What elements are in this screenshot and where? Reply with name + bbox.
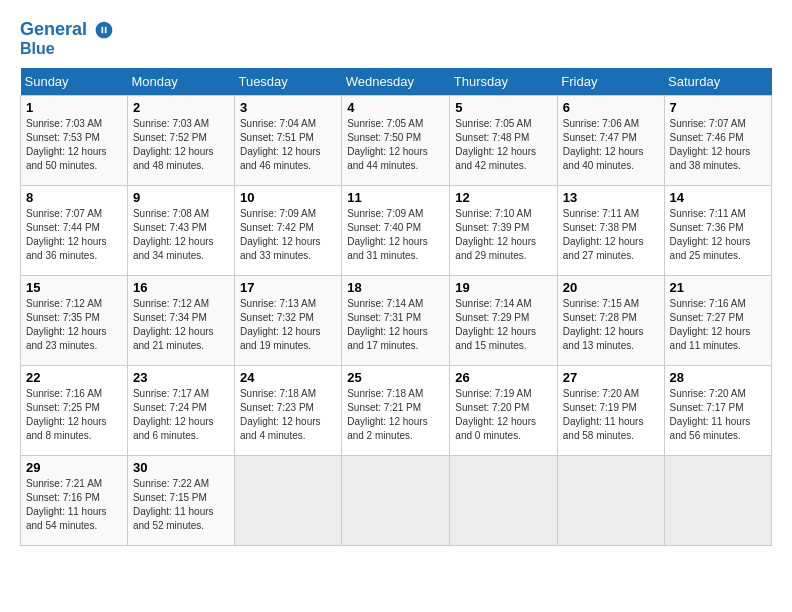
day-number: 10 [240,190,336,205]
day-info: Sunrise: 7:20 AM Sunset: 7:19 PM Dayligh… [563,387,659,443]
day-number: 8 [26,190,122,205]
calendar-day-cell [234,456,341,546]
day-info: Sunrise: 7:16 AM Sunset: 7:27 PM Dayligh… [670,297,766,353]
day-info: Sunrise: 7:09 AM Sunset: 7:40 PM Dayligh… [347,207,444,263]
calendar-day-cell: 9 Sunrise: 7:08 AM Sunset: 7:43 PM Dayli… [127,186,234,276]
day-number: 25 [347,370,444,385]
calendar-day-cell: 8 Sunrise: 7:07 AM Sunset: 7:44 PM Dayli… [21,186,128,276]
day-number: 13 [563,190,659,205]
day-number: 27 [563,370,659,385]
day-info: Sunrise: 7:17 AM Sunset: 7:24 PM Dayligh… [133,387,229,443]
logo: General Blue [20,20,114,58]
day-number: 29 [26,460,122,475]
day-info: Sunrise: 7:05 AM Sunset: 7:48 PM Dayligh… [455,117,551,173]
calendar-day-cell [664,456,771,546]
day-info: Sunrise: 7:15 AM Sunset: 7:28 PM Dayligh… [563,297,659,353]
day-info: Sunrise: 7:18 AM Sunset: 7:23 PM Dayligh… [240,387,336,443]
logo-text: General [20,20,114,40]
calendar-day-cell: 2 Sunrise: 7:03 AM Sunset: 7:52 PM Dayli… [127,96,234,186]
day-number: 12 [455,190,551,205]
calendar-day-cell: 27 Sunrise: 7:20 AM Sunset: 7:19 PM Dayl… [557,366,664,456]
day-number: 6 [563,100,659,115]
day-info: Sunrise: 7:05 AM Sunset: 7:50 PM Dayligh… [347,117,444,173]
day-number: 2 [133,100,229,115]
day-info: Sunrise: 7:09 AM Sunset: 7:42 PM Dayligh… [240,207,336,263]
day-number: 4 [347,100,444,115]
calendar-day-cell: 16 Sunrise: 7:12 AM Sunset: 7:34 PM Dayl… [127,276,234,366]
calendar-day-cell [342,456,450,546]
calendar-week-row: 15 Sunrise: 7:12 AM Sunset: 7:35 PM Dayl… [21,276,772,366]
day-header-thursday: Thursday [450,68,557,96]
calendar-day-cell: 21 Sunrise: 7:16 AM Sunset: 7:27 PM Dayl… [664,276,771,366]
calendar-day-cell: 7 Sunrise: 7:07 AM Sunset: 7:46 PM Dayli… [664,96,771,186]
calendar-header-row: SundayMondayTuesdayWednesdayThursdayFrid… [21,68,772,96]
day-number: 7 [670,100,766,115]
day-info: Sunrise: 7:18 AM Sunset: 7:21 PM Dayligh… [347,387,444,443]
day-number: 19 [455,280,551,295]
calendar-day-cell: 3 Sunrise: 7:04 AM Sunset: 7:51 PM Dayli… [234,96,341,186]
calendar-day-cell: 14 Sunrise: 7:11 AM Sunset: 7:36 PM Dayl… [664,186,771,276]
day-info: Sunrise: 7:21 AM Sunset: 7:16 PM Dayligh… [26,477,122,533]
day-info: Sunrise: 7:11 AM Sunset: 7:38 PM Dayligh… [563,207,659,263]
day-number: 17 [240,280,336,295]
calendar-week-row: 8 Sunrise: 7:07 AM Sunset: 7:44 PM Dayli… [21,186,772,276]
day-info: Sunrise: 7:10 AM Sunset: 7:39 PM Dayligh… [455,207,551,263]
day-header-friday: Friday [557,68,664,96]
header: General Blue [20,20,772,58]
day-number: 14 [670,190,766,205]
calendar-day-cell: 28 Sunrise: 7:20 AM Sunset: 7:17 PM Dayl… [664,366,771,456]
calendar-day-cell: 12 Sunrise: 7:10 AM Sunset: 7:39 PM Dayl… [450,186,557,276]
day-number: 30 [133,460,229,475]
calendar-day-cell: 20 Sunrise: 7:15 AM Sunset: 7:28 PM Dayl… [557,276,664,366]
calendar-day-cell: 25 Sunrise: 7:18 AM Sunset: 7:21 PM Dayl… [342,366,450,456]
day-info: Sunrise: 7:19 AM Sunset: 7:20 PM Dayligh… [455,387,551,443]
day-info: Sunrise: 7:22 AM Sunset: 7:15 PM Dayligh… [133,477,229,533]
calendar-day-cell: 18 Sunrise: 7:14 AM Sunset: 7:31 PM Dayl… [342,276,450,366]
calendar-day-cell: 22 Sunrise: 7:16 AM Sunset: 7:25 PM Dayl… [21,366,128,456]
day-number: 9 [133,190,229,205]
day-number: 3 [240,100,336,115]
day-number: 11 [347,190,444,205]
calendar-day-cell: 26 Sunrise: 7:19 AM Sunset: 7:20 PM Dayl… [450,366,557,456]
calendar-day-cell: 30 Sunrise: 7:22 AM Sunset: 7:15 PM Dayl… [127,456,234,546]
day-info: Sunrise: 7:07 AM Sunset: 7:44 PM Dayligh… [26,207,122,263]
day-info: Sunrise: 7:16 AM Sunset: 7:25 PM Dayligh… [26,387,122,443]
calendar-day-cell: 24 Sunrise: 7:18 AM Sunset: 7:23 PM Dayl… [234,366,341,456]
calendar-day-cell: 10 Sunrise: 7:09 AM Sunset: 7:42 PM Dayl… [234,186,341,276]
calendar-week-row: 1 Sunrise: 7:03 AM Sunset: 7:53 PM Dayli… [21,96,772,186]
day-info: Sunrise: 7:08 AM Sunset: 7:43 PM Dayligh… [133,207,229,263]
calendar-day-cell: 1 Sunrise: 7:03 AM Sunset: 7:53 PM Dayli… [21,96,128,186]
day-info: Sunrise: 7:03 AM Sunset: 7:53 PM Dayligh… [26,117,122,173]
day-number: 15 [26,280,122,295]
day-info: Sunrise: 7:07 AM Sunset: 7:46 PM Dayligh… [670,117,766,173]
day-header-monday: Monday [127,68,234,96]
calendar-day-cell: 6 Sunrise: 7:06 AM Sunset: 7:47 PM Dayli… [557,96,664,186]
day-header-saturday: Saturday [664,68,771,96]
calendar-day-cell: 23 Sunrise: 7:17 AM Sunset: 7:24 PM Dayl… [127,366,234,456]
day-number: 18 [347,280,444,295]
day-header-tuesday: Tuesday [234,68,341,96]
calendar-day-cell [557,456,664,546]
day-info: Sunrise: 7:20 AM Sunset: 7:17 PM Dayligh… [670,387,766,443]
day-number: 20 [563,280,659,295]
day-info: Sunrise: 7:03 AM Sunset: 7:52 PM Dayligh… [133,117,229,173]
calendar-table: SundayMondayTuesdayWednesdayThursdayFrid… [20,68,772,546]
calendar-day-cell: 29 Sunrise: 7:21 AM Sunset: 7:16 PM Dayl… [21,456,128,546]
day-number: 23 [133,370,229,385]
day-number: 1 [26,100,122,115]
calendar-week-row: 22 Sunrise: 7:16 AM Sunset: 7:25 PM Dayl… [21,366,772,456]
day-info: Sunrise: 7:13 AM Sunset: 7:32 PM Dayligh… [240,297,336,353]
day-info: Sunrise: 7:04 AM Sunset: 7:51 PM Dayligh… [240,117,336,173]
day-header-sunday: Sunday [21,68,128,96]
calendar-day-cell: 19 Sunrise: 7:14 AM Sunset: 7:29 PM Dayl… [450,276,557,366]
day-number: 21 [670,280,766,295]
day-number: 5 [455,100,551,115]
day-info: Sunrise: 7:11 AM Sunset: 7:36 PM Dayligh… [670,207,766,263]
calendar-day-cell: 15 Sunrise: 7:12 AM Sunset: 7:35 PM Dayl… [21,276,128,366]
day-number: 24 [240,370,336,385]
calendar-day-cell: 4 Sunrise: 7:05 AM Sunset: 7:50 PM Dayli… [342,96,450,186]
day-info: Sunrise: 7:06 AM Sunset: 7:47 PM Dayligh… [563,117,659,173]
day-info: Sunrise: 7:14 AM Sunset: 7:31 PM Dayligh… [347,297,444,353]
calendar-week-row: 29 Sunrise: 7:21 AM Sunset: 7:16 PM Dayl… [21,456,772,546]
logo-blue-text: Blue [20,40,114,58]
